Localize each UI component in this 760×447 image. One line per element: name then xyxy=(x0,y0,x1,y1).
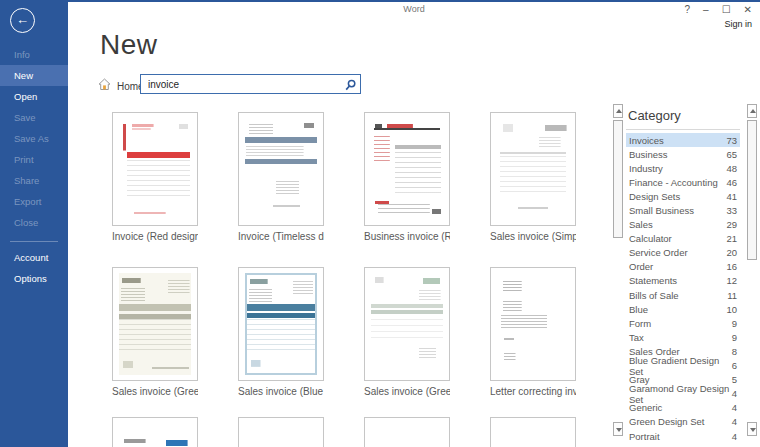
template-cell: Sales invoice (Green... xyxy=(364,267,450,397)
category-count: 41 xyxy=(726,191,737,202)
template-card-sales-invoice-simple[interactable] xyxy=(490,112,576,226)
sign-in-link[interactable]: Sign in xyxy=(724,19,752,29)
template-card-item[interactable] xyxy=(112,417,198,447)
template-thumbnail xyxy=(245,118,317,220)
back-button[interactable]: ← xyxy=(10,8,35,33)
template-card-item[interactable] xyxy=(490,417,576,447)
search-icon[interactable] xyxy=(343,78,357,91)
template-cell: Sales invoice (Blue Bord... xyxy=(238,267,324,397)
category-count: 33 xyxy=(726,205,737,216)
template-card-letter-correcting-invoice[interactable] xyxy=(490,267,576,381)
category-item-statements[interactable]: Statements12 xyxy=(626,274,740,288)
category-count: 8 xyxy=(732,346,737,357)
scroll-up-button[interactable] xyxy=(613,104,623,118)
category-item-finance-accounting[interactable]: Finance - Accounting46 xyxy=(626,175,740,189)
template-thumbnail xyxy=(497,273,569,375)
scrollbar-thumb[interactable] xyxy=(747,120,757,260)
scroll-down-button[interactable] xyxy=(747,422,757,436)
category-scrollbar[interactable] xyxy=(747,104,757,436)
category-label: Small Business xyxy=(629,205,694,216)
sidebar-item-new[interactable]: New xyxy=(0,65,68,86)
category-count: 11 xyxy=(727,290,737,301)
new-document-pane: New Home Invoice (Red design)Invoice (Ti… xyxy=(68,19,760,447)
template-card-business-invoice-red-an[interactable] xyxy=(364,112,450,226)
category-item-small-business[interactable]: Small Business33 xyxy=(626,203,740,217)
category-item-portrait[interactable]: Portrait4 xyxy=(626,429,740,443)
category-item-service-order[interactable]: Service Order20 xyxy=(626,246,740,260)
category-item-business[interactable]: Business65 xyxy=(626,147,740,161)
category-title: Category xyxy=(626,108,740,123)
template-card-sales-invoice-green[interactable] xyxy=(364,267,450,381)
category-label: Business xyxy=(629,149,668,160)
window-controls: ?–☐✕ xyxy=(685,3,752,17)
sidebar-item-options[interactable]: Options xyxy=(0,268,68,289)
template-card-invoice-timeless-design[interactable] xyxy=(238,112,324,226)
category-count: 4 xyxy=(732,416,737,427)
template-thumbnail xyxy=(119,423,191,447)
category-item-order[interactable]: Order16 xyxy=(626,260,740,274)
category-count: 21 xyxy=(726,233,737,244)
sidebar-item-account[interactable]: Account xyxy=(0,247,68,268)
category-count: 73 xyxy=(726,135,737,146)
help-button[interactable]: ? xyxy=(685,3,691,17)
category-item-sales[interactable]: Sales29 xyxy=(626,218,740,232)
template-label: Business invoice (Red an... xyxy=(364,231,450,242)
template-thumbnail xyxy=(497,423,569,447)
category-label: Design Sets xyxy=(629,191,680,202)
template-card-sales-invoice-blue-bord[interactable] xyxy=(238,267,324,381)
templates-scrollbar[interactable] xyxy=(613,104,623,436)
template-thumbnail xyxy=(245,273,317,375)
minimize-button[interactable]: – xyxy=(703,3,709,17)
category-item-bills-of-sale[interactable]: Bills of Sale11 xyxy=(626,288,740,302)
template-label: Invoice (Red design) xyxy=(112,231,198,242)
template-label: Invoice (Timeless design) xyxy=(238,231,324,242)
template-thumbnail xyxy=(371,118,443,220)
category-item-calculator[interactable]: Calculator21 xyxy=(626,232,740,246)
category-item-blue[interactable]: Blue10 xyxy=(626,302,740,316)
category-label: Statements xyxy=(629,275,677,286)
sidebar-item-share: Share xyxy=(0,170,68,191)
template-card-item[interactable] xyxy=(364,417,450,447)
category-label: Sales xyxy=(629,219,653,230)
template-card-item[interactable] xyxy=(238,417,324,447)
template-thumbnail xyxy=(245,423,317,447)
template-thumbnail xyxy=(119,118,191,220)
search-input[interactable] xyxy=(141,75,346,93)
sidebar-item-open[interactable]: Open xyxy=(0,86,68,107)
category-label: Finance - Accounting xyxy=(629,177,718,188)
template-cell: Letter correcting invoice... xyxy=(490,267,576,397)
category-label: Calculator xyxy=(629,233,672,244)
scrollbar-thumb[interactable] xyxy=(613,120,623,238)
scroll-down-button[interactable] xyxy=(613,422,623,436)
category-item-tax[interactable]: Tax9 xyxy=(626,330,740,344)
sidebar-divider xyxy=(10,241,58,242)
category-label: Blue xyxy=(629,304,648,315)
scroll-up-button[interactable] xyxy=(747,104,757,118)
category-count: 12 xyxy=(726,275,737,286)
close-button[interactable]: ✕ xyxy=(744,3,752,17)
category-item-green-design-set[interactable]: Green Design Set4 xyxy=(626,415,740,429)
category-item-invoices[interactable]: Invoices73 xyxy=(626,133,740,147)
template-cell: Business invoice (Red an... xyxy=(364,112,450,242)
template-cell xyxy=(490,417,576,447)
home-icon[interactable] xyxy=(98,77,111,95)
category-label: Invoices xyxy=(629,135,664,146)
template-card-invoice-red-design[interactable] xyxy=(112,112,198,226)
category-item-garamond-gray-design-set[interactable]: Garamond Gray Design Set4 xyxy=(626,387,740,401)
category-label: Service Order xyxy=(629,247,688,258)
template-cell: Sales invoice (Green... xyxy=(112,267,198,397)
maximize-button[interactable]: ☐ xyxy=(722,3,731,17)
template-card-sales-invoice-green[interactable] xyxy=(112,267,198,381)
category-count: 20 xyxy=(726,247,737,258)
sidebar-item-save: Save xyxy=(0,107,68,128)
category-item-design-sets[interactable]: Design Sets41 xyxy=(626,189,740,203)
category-panel: Category Invoices73Business65Industry48F… xyxy=(626,108,740,443)
category-item-blue-gradient-design-set[interactable]: Blue Gradient Design Set6 xyxy=(626,359,740,373)
category-item-form[interactable]: Form9 xyxy=(626,316,740,330)
category-count: 4 xyxy=(732,431,737,442)
category-list: Invoices73Business65Industry48Finance - … xyxy=(626,133,740,443)
template-label: Letter correcting invoice... xyxy=(490,386,576,397)
template-cell: Invoice (Timeless design) xyxy=(238,112,324,242)
category-count: 4 xyxy=(732,402,737,413)
category-item-industry[interactable]: Industry48 xyxy=(626,161,740,175)
